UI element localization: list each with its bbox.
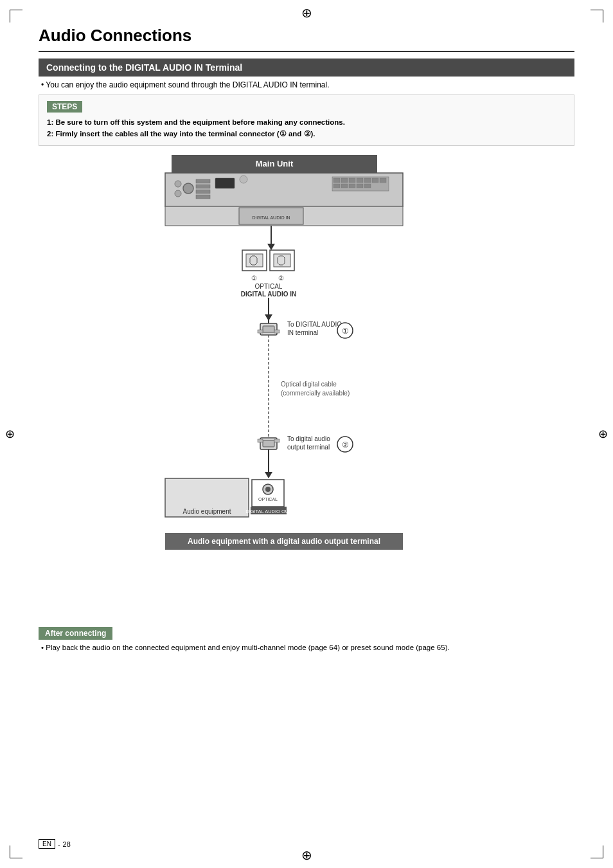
intro-text: You can enjoy the audio equipment sound … <box>39 80 574 89</box>
svg-rect-15 <box>349 178 355 183</box>
svg-rect-23 <box>357 184 363 188</box>
svg-rect-6 <box>196 179 210 183</box>
svg-point-4 <box>175 190 181 197</box>
corner-mark-tl <box>10 10 22 23</box>
svg-text:Audio equipment: Audio equipment <box>182 508 231 515</box>
svg-text:DIGITAL AUDIO IN: DIGITAL AUDIO IN <box>241 291 296 298</box>
svg-text:DIGITAL AUDIO IN: DIGITAL AUDIO IN <box>252 215 290 220</box>
svg-text:output terminal: output terminal <box>287 444 330 451</box>
svg-rect-54 <box>274 439 280 442</box>
steps-box: STEPS 1: Be sure to turn off this system… <box>39 95 574 146</box>
svg-text:IN terminal: IN terminal <box>287 329 318 336</box>
svg-text:Main Unit: Main Unit <box>256 159 294 168</box>
svg-text:Audio equipment with a digital: Audio equipment with a digital audio out… <box>188 537 380 546</box>
reg-mark-right: ⊕ <box>598 427 608 441</box>
svg-rect-13 <box>333 178 340 183</box>
svg-rect-41 <box>263 326 274 332</box>
svg-text:(commercially available): (commercially available) <box>281 390 350 397</box>
after-section: After connecting Play back the audio on … <box>39 627 574 651</box>
section-header: Connecting to the DIGITAL AUDIO IN Termi… <box>39 59 574 77</box>
svg-rect-8 <box>196 190 210 194</box>
svg-point-5 <box>183 183 193 194</box>
svg-text:①: ① <box>342 327 349 336</box>
svg-text:②: ② <box>278 275 284 282</box>
corner-mark-br <box>591 845 603 858</box>
svg-rect-43 <box>274 330 280 333</box>
svg-rect-10 <box>215 178 235 188</box>
page-num-dash: - <box>58 840 60 848</box>
svg-text:To DIGITAL AUDIO: To DIGITAL AUDIO <box>287 321 342 328</box>
reg-mark-top: ⊕ <box>301 5 312 21</box>
svg-rect-24 <box>364 184 371 188</box>
svg-rect-17 <box>364 178 371 183</box>
svg-marker-29 <box>267 244 275 250</box>
step2-text: 2: Firmly insert the cables all the way … <box>47 128 566 140</box>
svg-rect-7 <box>196 185 210 188</box>
svg-point-65 <box>265 487 271 492</box>
corner-mark-bl <box>10 845 22 858</box>
reg-mark-left: ⊕ <box>5 427 15 441</box>
svg-text:Optical digital cable: Optical digital cable <box>281 381 337 388</box>
svg-rect-53 <box>258 439 263 442</box>
title-rule <box>39 51 574 52</box>
svg-marker-39 <box>265 314 272 321</box>
svg-rect-16 <box>357 178 363 183</box>
svg-rect-20 <box>333 184 340 188</box>
svg-rect-9 <box>196 195 210 199</box>
page-title: Audio Connections <box>39 26 574 46</box>
svg-rect-14 <box>341 178 348 183</box>
after-header: After connecting <box>39 627 112 640</box>
page-number-area: EN - 28 <box>39 839 71 849</box>
svg-rect-19 <box>380 178 386 183</box>
reg-mark-bottom: ⊕ <box>301 847 312 863</box>
svg-rect-42 <box>258 330 263 333</box>
svg-rect-22 <box>349 184 355 188</box>
after-text: Play back the audio on the connected equ… <box>39 644 574 651</box>
page-num: 28 <box>63 840 71 848</box>
svg-rect-21 <box>341 184 348 188</box>
svg-marker-60 <box>265 472 272 478</box>
diagram-svg: Main Unit DIGITAL AUDIO IN <box>114 155 499 618</box>
svg-text:②: ② <box>342 440 349 449</box>
diagram-container: Main Unit DIGITAL AUDIO IN <box>114 155 499 618</box>
step1-text: 1: Be sure to turn off this system and t… <box>47 116 566 128</box>
svg-rect-11 <box>240 176 247 183</box>
svg-text:DIGITAL AUDIO OUT: DIGITAL AUDIO OUT <box>245 509 292 514</box>
svg-text:①: ① <box>251 275 257 282</box>
svg-rect-52 <box>263 440 274 447</box>
svg-text:To digital audio: To digital audio <box>287 435 330 442</box>
lang-box: EN <box>39 839 55 849</box>
steps-label: STEPS <box>47 101 82 113</box>
svg-rect-18 <box>372 178 378 183</box>
corner-mark-tr <box>591 10 603 23</box>
svg-point-3 <box>175 181 181 187</box>
svg-text:OPTICAL: OPTICAL <box>255 283 283 290</box>
svg-text:OPTICAL: OPTICAL <box>258 497 278 502</box>
